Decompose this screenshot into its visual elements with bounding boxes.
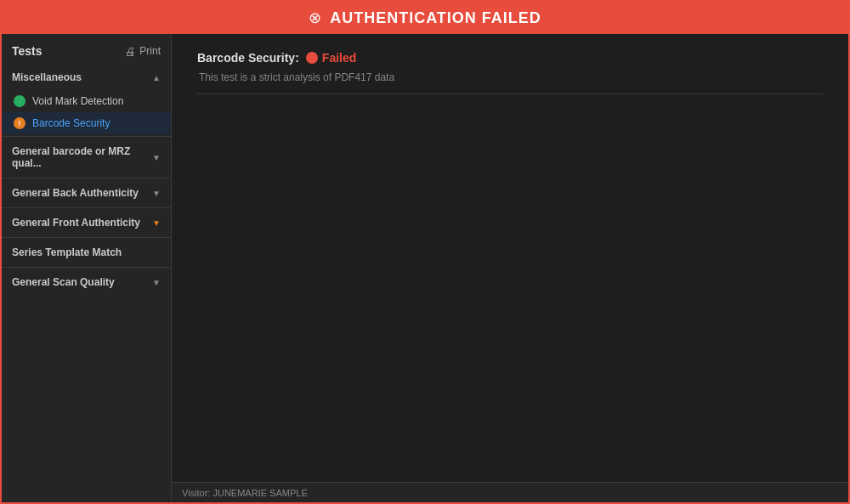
chevron-down-icon: ▼ — [152, 153, 161, 162]
section-label: General barcode or MRZ qual... — [12, 145, 152, 169]
failed-icon: ⊗ — [309, 8, 321, 27]
nav-item-label: Barcode Security — [32, 117, 110, 129]
divider — [2, 178, 171, 178]
result-status: Failed — [306, 51, 356, 65]
section-label: Series Template Match — [12, 246, 122, 258]
status-dot-orange: ! — [14, 117, 26, 129]
divider — [2, 136, 171, 137]
sidebar-section-barcode-mrz[interactable]: General barcode or MRZ qual... ▼ — [2, 139, 171, 176]
sidebar-item-barcode-security[interactable]: ! Barcode Security — [2, 112, 171, 134]
sidebar-item-void-mark-detection[interactable]: Void Mark Detection — [2, 90, 171, 112]
main-layout: Tests 🖨 Print Miscellaneous ▲ Void Mark … — [2, 34, 848, 502]
fail-status-dot — [306, 52, 318, 64]
sidebar: Tests 🖨 Print Miscellaneous ▲ Void Mark … — [2, 34, 172, 502]
section-label: General Front Authenticity — [12, 217, 140, 229]
visitor-label: Visitor: JUNEMARIE SAMPLE — [182, 488, 308, 498]
chevron-down-icon: ▼ — [152, 189, 161, 198]
chevron-down-icon: ▼ — [152, 278, 161, 287]
sidebar-title: Tests — [12, 44, 42, 58]
sidebar-section-scan-quality[interactable]: General Scan Quality ▼ — [2, 269, 171, 295]
result-status-text: Failed — [322, 51, 356, 65]
section-label: General Scan Quality — [12, 276, 115, 288]
sidebar-section-front-authenticity[interactable]: General Front Authenticity ▼ — [2, 210, 171, 235]
app-container: ⊗ AUTHENTICATION FAILED Tests 🖨 Print Mi… — [0, 0, 850, 504]
result-description: This test is a strict analysis of PDF417… — [199, 71, 823, 83]
section-label: General Back Authenticity — [12, 187, 139, 199]
print-button[interactable]: 🖨 Print — [125, 45, 161, 58]
result-header: Barcode Security: Failed — [197, 51, 823, 65]
sidebar-section-series-template[interactable]: Series Template Match — [2, 240, 171, 265]
content-body: Barcode Security: Failed This test is a … — [172, 34, 848, 482]
footer: Visitor: JUNEMARIE SAMPLE — [172, 482, 848, 502]
content-divider — [197, 93, 823, 94]
sidebar-header: Tests 🖨 Print — [2, 34, 171, 65]
header-title: AUTHENTICATION FAILED — [330, 9, 541, 27]
content-area: Barcode Security: Failed This test is a … — [172, 34, 848, 502]
chevron-up-icon: ▲ — [152, 73, 161, 82]
result-label: Barcode Security: — [197, 51, 299, 65]
status-dot-green — [14, 95, 26, 107]
chevron-down-icon: ▼ — [152, 218, 161, 228]
divider — [2, 207, 171, 208]
nav-item-label: Void Mark Detection — [32, 95, 123, 107]
divider — [2, 237, 171, 238]
divider — [2, 267, 171, 268]
sidebar-section-back-authenticity[interactable]: General Back Authenticity ▼ — [2, 180, 171, 206]
print-icon: 🖨 — [125, 45, 136, 58]
sidebar-section-miscellaneous[interactable]: Miscellaneous ▲ — [2, 65, 171, 90]
section-label: Miscellaneous — [12, 71, 82, 83]
header-bar: ⊗ AUTHENTICATION FAILED — [2, 2, 848, 34]
print-label: Print — [139, 45, 161, 57]
